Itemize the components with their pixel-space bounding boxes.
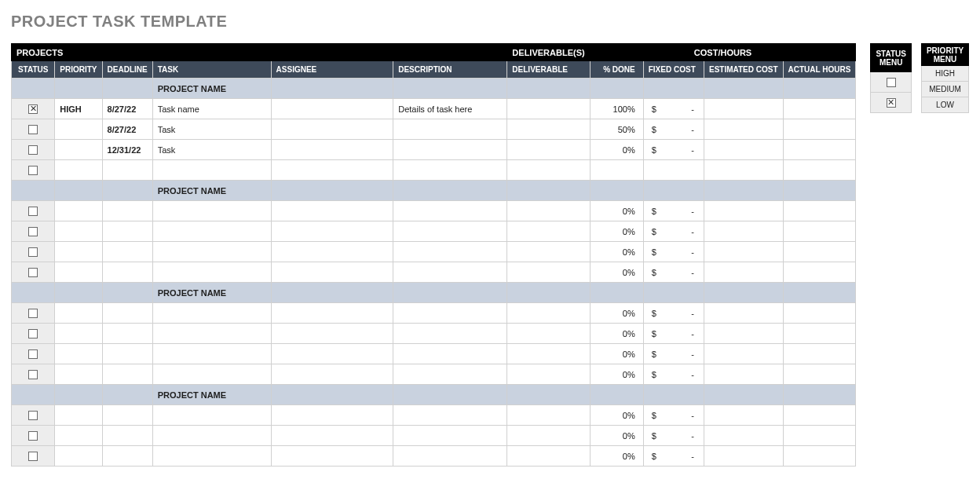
description-cell[interactable] (393, 303, 507, 324)
actual-hours-cell[interactable] (783, 201, 856, 221)
project-name-label[interactable]: PROJECT NAME (152, 385, 271, 405)
estimated-cost-cell[interactable] (704, 221, 783, 242)
actual-hours-cell[interactable] (783, 160, 856, 181)
assignee-cell[interactable] (271, 446, 393, 467)
project-name-label[interactable]: PROJECT NAME (152, 79, 271, 99)
estimated-cost-cell[interactable] (704, 303, 783, 324)
task-cell[interactable] (152, 344, 271, 364)
actual-hours-cell[interactable] (783, 99, 856, 119)
status-cell[interactable] (12, 140, 55, 160)
priority-cell[interactable] (55, 140, 102, 160)
task-cell[interactable] (152, 364, 271, 385)
description-cell[interactable] (393, 324, 507, 344)
estimated-cost-cell[interactable] (704, 426, 783, 446)
status-cell[interactable] (12, 446, 55, 467)
deliverable-cell[interactable] (507, 364, 590, 385)
actual-hours-cell[interactable] (783, 119, 856, 140)
description-cell[interactable]: Details of task here (393, 99, 507, 119)
fixed-cost-cell[interactable]: $- (643, 140, 704, 160)
deadline-cell[interactable] (102, 344, 152, 364)
priority-cell[interactable] (55, 119, 102, 140)
estimated-cost-cell[interactable] (704, 201, 783, 221)
status-cell[interactable] (12, 364, 55, 385)
deliverable-cell[interactable] (507, 201, 590, 221)
deliverable-cell[interactable] (507, 119, 590, 140)
priority-cell[interactable] (55, 160, 102, 181)
pct-done-cell[interactable]: 0% (590, 426, 643, 446)
assignee-cell[interactable] (271, 262, 393, 283)
deadline-cell[interactable] (102, 221, 152, 242)
status-cell[interactable] (12, 405, 55, 426)
priority-cell[interactable] (55, 324, 102, 344)
actual-hours-cell[interactable] (783, 221, 856, 242)
description-cell[interactable] (393, 405, 507, 426)
estimated-cost-cell[interactable] (704, 119, 783, 140)
estimated-cost-cell[interactable] (704, 262, 783, 283)
fixed-cost-cell[interactable]: $- (643, 303, 704, 324)
deadline-cell[interactable] (102, 201, 152, 221)
description-cell[interactable] (393, 262, 507, 283)
description-cell[interactable] (393, 446, 507, 467)
fixed-cost-cell[interactable]: $- (643, 99, 704, 119)
actual-hours-cell[interactable] (783, 242, 856, 262)
estimated-cost-cell[interactable] (704, 446, 783, 467)
status-menu-checked[interactable] (871, 93, 912, 113)
deliverable-cell[interactable] (507, 344, 590, 364)
deliverable-cell[interactable] (507, 324, 590, 344)
estimated-cost-cell[interactable] (704, 344, 783, 364)
deadline-cell[interactable] (102, 426, 152, 446)
task-cell[interactable]: Task (152, 140, 271, 160)
pct-done-cell[interactable]: 0% (590, 405, 643, 426)
task-cell[interactable] (152, 242, 271, 262)
fixed-cost-cell[interactable]: $- (643, 262, 704, 283)
assignee-cell[interactable] (271, 426, 393, 446)
description-cell[interactable] (393, 221, 507, 242)
priority-option-high[interactable]: HIGH (921, 66, 968, 82)
pct-done-cell[interactable]: 0% (590, 201, 643, 221)
priority-option-low[interactable]: LOW (921, 97, 968, 113)
priority-cell[interactable] (55, 221, 102, 242)
priority-cell[interactable] (55, 303, 102, 324)
fixed-cost-cell[interactable] (643, 160, 704, 181)
status-cell[interactable] (12, 262, 55, 283)
task-cell[interactable]: Task (152, 119, 271, 140)
assignee-cell[interactable] (271, 201, 393, 221)
priority-cell[interactable] (55, 405, 102, 426)
deliverable-cell[interactable] (507, 303, 590, 324)
deadline-cell[interactable]: 8/27/22 (102, 119, 152, 140)
assignee-cell[interactable] (271, 242, 393, 262)
deadline-cell[interactable] (102, 242, 152, 262)
actual-hours-cell[interactable] (783, 426, 856, 446)
assignee-cell[interactable] (271, 140, 393, 160)
status-cell[interactable] (12, 426, 55, 446)
status-cell[interactable] (12, 324, 55, 344)
status-cell[interactable] (12, 242, 55, 262)
status-cell[interactable] (12, 160, 55, 181)
description-cell[interactable] (393, 119, 507, 140)
priority-cell[interactable] (55, 446, 102, 467)
task-cell[interactable] (152, 201, 271, 221)
deadline-cell[interactable]: 8/27/22 (102, 99, 152, 119)
estimated-cost-cell[interactable] (704, 405, 783, 426)
task-cell[interactable] (152, 221, 271, 242)
description-cell[interactable] (393, 426, 507, 446)
fixed-cost-cell[interactable]: $- (643, 426, 704, 446)
assignee-cell[interactable] (271, 160, 393, 181)
description-cell[interactable] (393, 344, 507, 364)
fixed-cost-cell[interactable]: $- (643, 446, 704, 467)
fixed-cost-cell[interactable]: $- (643, 119, 704, 140)
estimated-cost-cell[interactable] (704, 160, 783, 181)
priority-cell[interactable] (55, 242, 102, 262)
assignee-cell[interactable] (271, 364, 393, 385)
status-cell[interactable] (12, 201, 55, 221)
actual-hours-cell[interactable] (783, 324, 856, 344)
fixed-cost-cell[interactable]: $- (643, 221, 704, 242)
priority-cell[interactable] (55, 426, 102, 446)
deliverable-cell[interactable] (507, 140, 590, 160)
estimated-cost-cell[interactable] (704, 140, 783, 160)
priority-cell[interactable] (55, 364, 102, 385)
actual-hours-cell[interactable] (783, 303, 856, 324)
pct-done-cell[interactable]: 0% (590, 242, 643, 262)
priority-cell[interactable] (55, 262, 102, 283)
deadline-cell[interactable] (102, 446, 152, 467)
